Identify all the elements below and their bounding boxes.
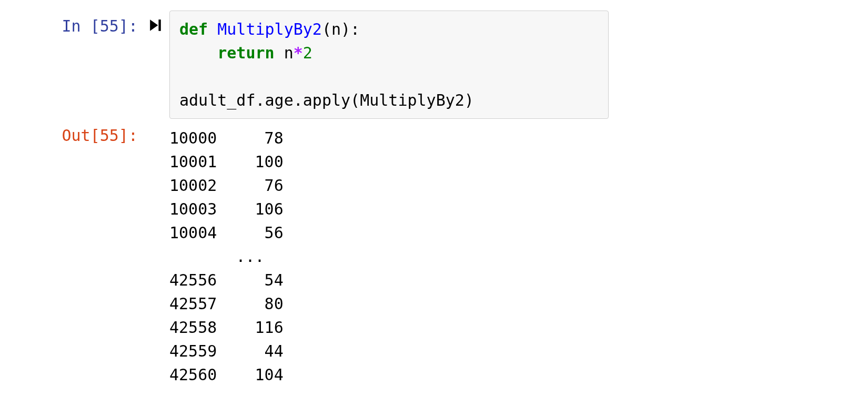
function-name: MultiplyBy2 — [217, 20, 322, 38]
svg-rect-0 — [158, 19, 160, 31]
run-to-end-icon — [149, 18, 163, 33]
code-line: adult_df.age.apply(MultiplyBy2) — [179, 91, 474, 109]
operator-multiply: * — [294, 44, 303, 62]
input-prompt: In [55]: — [0, 11, 147, 35]
output-text: 10000 78 10001 100 10002 76 10003 106 10… — [147, 123, 284, 387]
run-cell-button[interactable] — [147, 11, 169, 33]
jupyter-notebook: In [55]: def MultiplyBy2(n): return n*2 … — [0, 11, 868, 387]
keyword-def: def — [179, 20, 208, 38]
output-cell: Out[55]: 10000 78 10001 100 10002 76 100… — [0, 123, 868, 387]
output-prompt: Out[55]: — [0, 123, 147, 145]
keyword-return: return — [217, 44, 274, 62]
output-area: 10000 78 10001 100 10002 76 10003 106 10… — [147, 123, 868, 387]
input-area: def MultiplyBy2(n): return n*2 adult_df.… — [147, 11, 868, 119]
code-cell: In [55]: def MultiplyBy2(n): return n*2 … — [0, 11, 868, 119]
code-editor[interactable]: def MultiplyBy2(n): return n*2 adult_df.… — [169, 11, 609, 119]
